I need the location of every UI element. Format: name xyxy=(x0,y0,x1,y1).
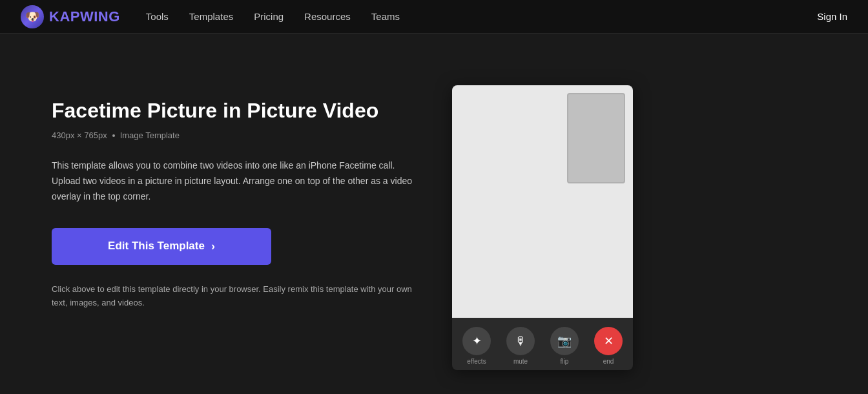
effects-label: effects xyxy=(467,358,486,365)
nav-templates[interactable]: Templates xyxy=(189,11,233,22)
preview-main-area xyxy=(452,85,633,318)
flip-button[interactable]: 📷 xyxy=(550,327,579,355)
meta-dot xyxy=(112,134,115,137)
pip-overlay xyxy=(567,93,625,183)
end-button[interactable]: ✕ xyxy=(594,327,623,355)
end-control: ✕ end xyxy=(594,327,623,365)
navbar: 🐶 KAPWING Tools Templates Pricing Resour… xyxy=(0,0,868,34)
logo-link[interactable]: 🐶 KAPWING xyxy=(21,5,120,28)
nav-teams[interactable]: Teams xyxy=(371,11,400,22)
preview-controls: ✦ effects 🎙 mute 📷 flip ✕ end xyxy=(452,318,633,370)
edit-button-label: Edit This Template xyxy=(108,240,205,253)
nav-links: Tools Templates Pricing Resources Teams xyxy=(146,11,817,23)
effects-button[interactable]: ✦ xyxy=(462,327,491,355)
effects-control: ✦ effects xyxy=(462,327,491,365)
preview-container: ✦ effects 🎙 mute 📷 flip ✕ end xyxy=(452,85,633,370)
bottom-note: Click above to edit this template direct… xyxy=(52,283,413,310)
mute-control: 🎙 mute xyxy=(506,327,535,365)
meta-info: 430px × 765px Image Template xyxy=(52,130,413,140)
page-title: Facetime Picture in Picture Video xyxy=(52,98,413,123)
navbar-right: Sign In xyxy=(817,11,847,23)
flip-control: 📷 flip xyxy=(550,327,579,365)
logo-icon: 🐶 xyxy=(21,5,44,28)
end-label: end xyxy=(603,358,614,365)
chevron-right-icon: › xyxy=(211,240,215,253)
meta-dimensions: 430px × 765px xyxy=(52,130,107,140)
left-section: Facetime Picture in Picture Video 430px … xyxy=(52,85,413,309)
meta-type: Image Template xyxy=(120,130,180,140)
nav-pricing[interactable]: Pricing xyxy=(254,11,284,22)
right-section: ✦ effects 🎙 mute 📷 flip ✕ end xyxy=(452,85,633,370)
logo-text: KAPWING xyxy=(49,8,120,25)
nav-resources[interactable]: Resources xyxy=(304,11,351,22)
mute-label: mute xyxy=(513,358,528,365)
main-content: Facetime Picture in Picture Video 430px … xyxy=(0,34,868,394)
mute-button[interactable]: 🎙 xyxy=(506,327,535,355)
sign-in-button[interactable]: Sign In xyxy=(817,11,847,22)
nav-tools[interactable]: Tools xyxy=(146,11,169,22)
control-buttons-row: ✦ effects 🎙 mute 📷 flip ✕ end xyxy=(462,327,623,365)
flip-label: flip xyxy=(561,358,569,365)
edit-template-button[interactable]: Edit This Template › xyxy=(52,228,271,265)
template-description: This template allows you to combine two … xyxy=(52,158,413,204)
